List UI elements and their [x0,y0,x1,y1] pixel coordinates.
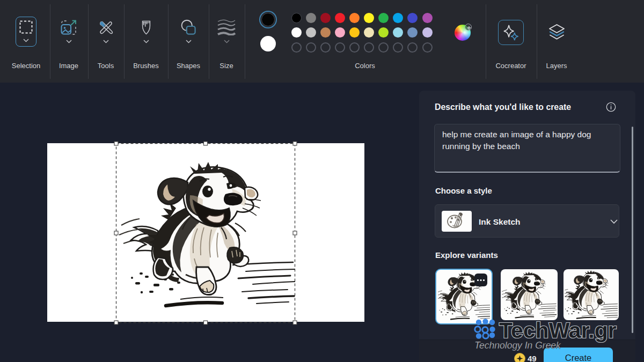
svg-text:TechWar.gr: TechWar.gr [499,318,617,343]
svg-text:Technology In Greek: Technology In Greek [474,340,561,351]
